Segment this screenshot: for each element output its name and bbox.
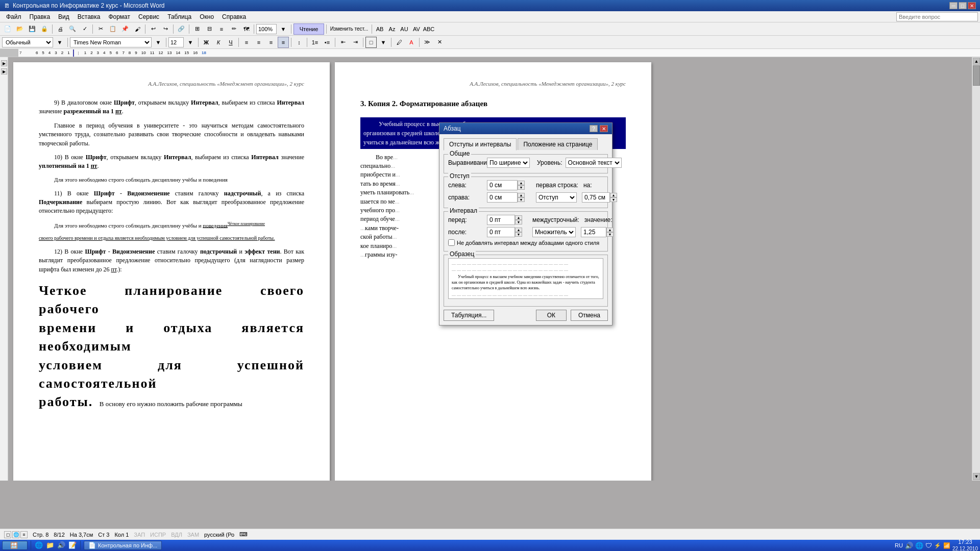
first-line-select[interactable]: Отступ [536,192,577,203]
before-label: перед: [448,216,484,223]
alignment-select[interactable]: По ширине [487,158,530,168]
by-value-up[interactable]: ▲ [610,193,617,197]
after-row: после: ▲ ▼ Множитель [448,227,603,237]
line-spacing-wrap[interactable]: Множитель [532,227,576,237]
left-indent-down[interactable]: ▼ [518,185,525,190]
level-label: Уровень: [537,159,562,166]
tab-indent-interval[interactable]: Отступы и интервалы [444,138,517,151]
right-indent-up[interactable]: ▲ [518,193,525,197]
by-value-spin[interactable]: ▲ ▼ [582,192,617,203]
left-indent-up[interactable]: ▲ [518,181,525,185]
value-down[interactable]: ▼ [606,232,614,237]
before-down[interactable]: ▼ [515,220,522,224]
by-label: на: [583,182,592,189]
preview-area: — — — — — — — — — — — — — — — — — — — — … [448,258,603,299]
paragraph-dialog: Абзац ? ✕ Отступы и интервалы Положение … [439,122,612,325]
dialog-title-bar: Абзац ? ✕ [439,123,612,134]
line-spacing-select[interactable]: Множитель [532,227,576,237]
right-indent-down[interactable]: ▼ [518,197,525,202]
dialog-buttons: Табуляция... ОК Отмена [444,310,608,321]
tabulation-button[interactable]: Табуляция... [444,310,494,321]
general-section-title: Общие [448,150,471,157]
preview-title: Образец [448,251,476,258]
interval-section: Интервал перед: ▲ ▼ междустрочный: значе… [444,211,608,252]
dialog-close-button[interactable]: ✕ [600,125,608,132]
indent-section-title: Отступ [448,172,471,180]
dialog-tabs: Отступы и интервалы Положение на страниц… [444,138,608,150]
before-spin[interactable]: ▲ ▼ [487,215,522,225]
value-input[interactable] [581,227,606,237]
interval-section-title: Интервал [448,207,479,214]
alignment-label: Выравнивание: [448,159,484,166]
value-label: значение: [584,216,612,223]
level-select[interactable]: Основной текст [566,158,622,168]
preview-section: Образец — — — — — — — — — — — — — — — — … [444,255,608,307]
left-indent-input[interactable] [487,180,518,190]
by-value-input[interactable] [582,192,610,203]
dialog-title: Абзац [444,125,461,132]
first-line-select-wrap[interactable]: Отступ [536,192,577,203]
dialog-overlay: Абзац ? ✕ Отступы и интервалы Положение … [0,0,980,551]
value-up[interactable]: ▲ [606,228,614,232]
right-indent-spin[interactable]: ▲ ▼ [487,192,525,203]
after-input[interactable] [487,227,515,237]
line-spacing-label: междустрочный: [532,216,579,223]
right-indent-input[interactable] [487,192,518,203]
right-indent-row: справа: ▲ ▼ Отступ [448,192,603,203]
first-line-label: первая строка: [536,182,578,189]
no-space-checkbox-row: Не добавлять интервал между абзацами одн… [448,239,603,246]
by-value-down[interactable]: ▼ [610,197,617,202]
indent-section: Отступ слева: ▲ ▼ первая строка: на: спр… [444,177,608,208]
dialog-body: Отступы и интервалы Положение на страниц… [439,134,612,325]
before-row: перед: ▲ ▼ междустрочный: значение: [448,215,603,225]
left-indent-row: слева: ▲ ▼ первая строка: на: [448,180,603,190]
before-input[interactable] [487,215,515,225]
general-section: Общие Выравнивание: По ширине Уровень: О… [444,154,608,173]
tab-page-position[interactable]: Положение на странице [518,138,598,150]
ok-button[interactable]: ОК [536,310,567,321]
before-up[interactable]: ▲ [515,215,522,220]
after-down[interactable]: ▼ [515,232,522,237]
right-indent-label: справа: [448,194,484,201]
no-space-label: Не добавлять интервал между абзацами одн… [457,240,599,246]
after-spin[interactable]: ▲ ▼ [487,227,522,237]
left-indent-spin[interactable]: ▲ ▼ [487,180,525,190]
after-label: после: [448,229,484,236]
after-up[interactable]: ▲ [515,228,522,232]
cancel-button[interactable]: Отмена [571,310,608,321]
left-indent-label: слева: [448,182,484,189]
no-space-checkbox[interactable] [448,239,455,246]
dialog-help-button[interactable]: ? [590,125,598,132]
alignment-row: Выравнивание: По ширине Уровень: Основно… [448,158,603,168]
value-spin[interactable]: ▲ ▼ [581,227,614,237]
